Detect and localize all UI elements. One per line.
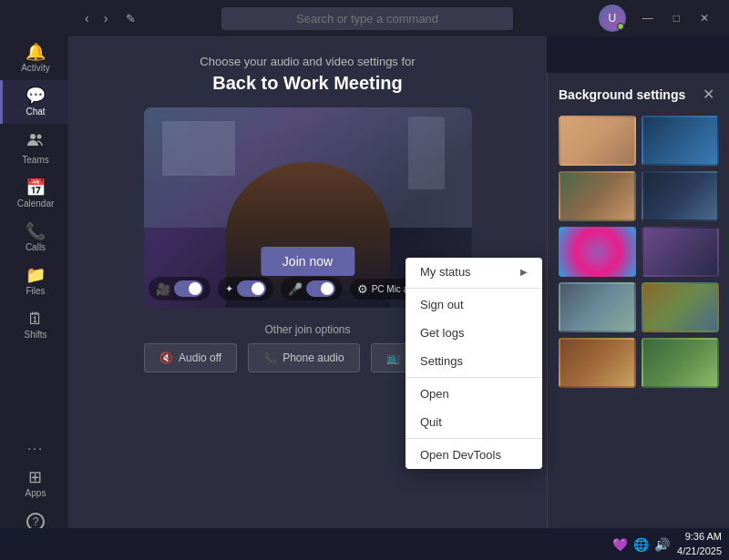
teams-icon	[26, 131, 45, 152]
bg-thumbnails-grid	[559, 116, 718, 388]
meeting-subtitle: Choose your audio and video settings for	[200, 55, 415, 68]
close-button[interactable]: ✕	[691, 8, 718, 28]
join-now-button[interactable]: Join now	[261, 247, 354, 276]
speaker-settings-icon: ⚙	[357, 282, 368, 296]
shifts-icon: 🗓	[27, 311, 44, 327]
mic-toggle-knob	[321, 282, 334, 295]
taskbar-teams-icon[interactable]: 💜	[612, 537, 628, 552]
meeting-title: Back to Work Meeting	[200, 73, 415, 94]
taskbar-icons: 💜 🌐 🔊	[612, 537, 670, 552]
ctx-sign-out[interactable]: Sign out	[406, 290, 542, 319]
bg-thumb-5[interactable]	[559, 227, 636, 277]
camera-toggle-group: 🎥	[149, 277, 210, 300]
sidebar: 🔔 Activity 💬 Chat Teams 📅 Calendar 📞	[0, 0, 68, 560]
compose-icon: ✎	[126, 12, 136, 25]
bg-panel-title: Background settings	[559, 87, 685, 102]
bg-thumb-3[interactable]	[559, 171, 636, 221]
bg-thumb-2[interactable]	[642, 116, 719, 166]
camera-toggle-knob	[189, 282, 201, 295]
taskbar-network-icon: 🌐	[633, 537, 649, 552]
background-settings-panel: Background settings ✕	[547, 73, 729, 560]
blur-icon: ✦	[225, 283, 233, 295]
blur-toggle-group: ✦	[218, 277, 273, 300]
mic-toggle-group: 🎤	[281, 277, 343, 300]
bg-panel-header: Background settings ✕	[559, 84, 718, 105]
bg-thumb-1[interactable]	[559, 116, 636, 166]
context-menu: My status ▶ Sign out Get logs Settings O…	[406, 258, 542, 469]
bg-thumb-8[interactable]	[642, 282, 719, 332]
title-bar-right: U — □ ✕	[599, 5, 718, 32]
meeting-header: Choose your audio and video settings for…	[200, 55, 415, 94]
sidebar-item-calls[interactable]: 📞 Calls	[0, 216, 68, 260]
camera-icon: 🎥	[156, 282, 170, 296]
audio-off-icon: 🔇	[159, 351, 173, 364]
status-indicator	[617, 23, 624, 30]
user-avatar[interactable]: U	[599, 5, 626, 32]
chat-icon: 💬	[26, 87, 46, 104]
bg-thumb-6[interactable]	[642, 227, 719, 277]
add-room-icon: 📺	[386, 351, 400, 364]
sidebar-item-teams[interactable]: Teams	[0, 124, 68, 172]
camera-toggle[interactable]	[174, 280, 203, 297]
nav-forward-button[interactable]: ›	[98, 9, 114, 27]
ctx-get-logs[interactable]: Get logs	[406, 319, 542, 347]
bg-thumb-4[interactable]	[642, 171, 719, 221]
search-input[interactable]	[221, 7, 513, 30]
nav-buttons: ‹ ›	[79, 9, 113, 27]
sidebar-item-more[interactable]: ···	[23, 434, 46, 462]
nav-back-button[interactable]: ‹	[79, 9, 95, 27]
phone-icon: 📞	[263, 351, 277, 364]
ctx-open-devtools[interactable]: Open DevTools	[406, 441, 542, 469]
ctx-my-status[interactable]: My status ▶	[406, 258, 542, 286]
ctx-divider-1	[406, 288, 542, 289]
title-bar: ‹ › ✎ U — □ ✕	[68, 0, 729, 36]
activity-icon: 🔔	[26, 44, 46, 60]
sidebar-item-activity[interactable]: 🔔 Activity	[0, 36, 68, 80]
blur-toggle-knob	[252, 282, 264, 295]
sidebar-item-apps[interactable]: ⊞ Apps	[23, 462, 46, 505]
sidebar-item-files[interactable]: 📁 Files	[0, 260, 68, 303]
calls-icon: 📞	[26, 223, 46, 239]
bg-thumb-9[interactable]	[559, 338, 636, 388]
files-icon: 📁	[26, 267, 46, 283]
blur-toggle[interactable]	[237, 280, 266, 297]
sidebar-item-chat[interactable]: 💬 Chat	[0, 80, 68, 124]
app-container: 🔔 Activity 💬 Chat Teams 📅 Calendar 📞	[0, 0, 729, 560]
apps-icon: ⊞	[28, 469, 42, 485]
audio-off-button[interactable]: 🔇 Audio off	[144, 343, 237, 372]
window-controls: — □ ✕	[633, 8, 718, 28]
sidebar-item-calendar[interactable]: 📅 Calendar	[0, 172, 68, 216]
maximize-button[interactable]: □	[664, 8, 689, 28]
taskbar-volume-icon[interactable]: 🔊	[654, 537, 670, 552]
svg-point-1	[37, 135, 42, 139]
sidebar-item-shifts[interactable]: 🗓 Shifts	[0, 303, 68, 347]
mic-icon: 🎤	[288, 282, 303, 296]
bg-thumb-10[interactable]	[642, 338, 719, 388]
ctx-arrow-icon: ▶	[520, 267, 528, 277]
taskbar: 💜 🌐 🔊 9:36 AM 4/21/2025	[0, 528, 729, 560]
ctx-open[interactable]: Open	[406, 380, 542, 408]
ctx-divider-2	[406, 377, 542, 378]
ctx-quit[interactable]: Quit	[406, 408, 542, 436]
taskbar-datetime: 9:36 AM 4/21/2025	[677, 530, 722, 558]
title-bar-left: ‹ › ✎	[79, 9, 136, 27]
ctx-divider-3	[406, 438, 542, 439]
calendar-icon: 📅	[26, 179, 46, 196]
minimize-button[interactable]: —	[633, 8, 662, 28]
mic-toggle[interactable]	[306, 280, 335, 297]
more-icon: ···	[27, 442, 44, 454]
phone-audio-button[interactable]: 📞 Phone audio	[248, 343, 359, 372]
bg-close-button[interactable]: ✕	[699, 84, 718, 105]
svg-point-0	[30, 134, 36, 139]
ctx-settings[interactable]: Settings	[406, 347, 542, 375]
bg-thumb-7[interactable]	[559, 282, 636, 332]
